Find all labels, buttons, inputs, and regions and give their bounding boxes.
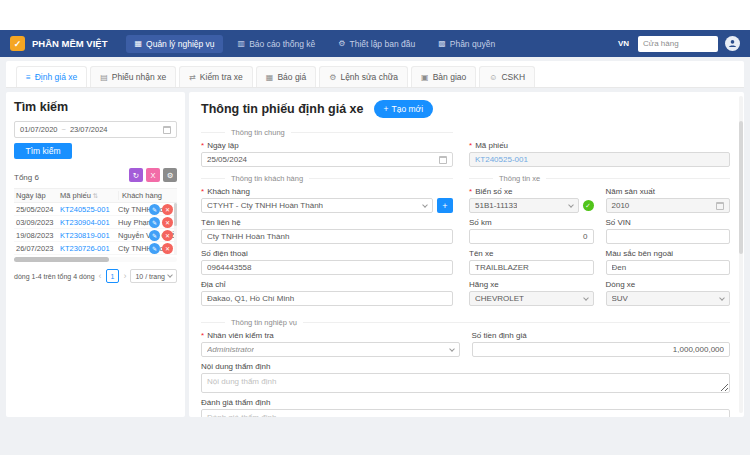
nav-item-quan-ly-nghiep-vu[interactable]: ▦ Quản lý nghiệp vụ [126, 35, 222, 53]
form-header: Thông tin phiếu định giá xe + Tạo mới [201, 100, 730, 118]
add-customer-button[interactable]: + [437, 198, 453, 213]
field-label: Dòng xe [606, 280, 636, 289]
date-to-value: 23/07/2024 [70, 125, 108, 134]
scrollbar-thumb[interactable] [174, 203, 177, 226]
so-dien-thoai-input[interactable] [201, 260, 453, 275]
nav-item-phan-quyen[interactable]: ▩ Phân quyền [430, 35, 503, 53]
tab-kiem-tra-xe[interactable]: ⇄ Kiểm tra xe [179, 66, 253, 87]
refresh-icon: ↻ [133, 171, 139, 180]
create-new-label: Tạo mới [391, 104, 423, 114]
so-vin-input[interactable] [606, 229, 731, 244]
khach-hang-select[interactable]: CTYHT - Cty TNHH Hoàn Thành [201, 198, 433, 213]
nav-item-label: Phân quyền [450, 39, 495, 49]
store-select[interactable]: Cửa hàng [638, 36, 718, 52]
tab-lenh-sua-chua[interactable]: ⚙ Lệnh sửa chữa [319, 66, 408, 87]
mau-sac-input[interactable] [606, 260, 731, 275]
delete-button[interactable]: ✕ [162, 217, 173, 228]
field-label: Nhân viên kiểm tra [207, 331, 274, 340]
edit-button[interactable]: ✎ [149, 230, 160, 241]
cell-date: 25/05/2024 [14, 205, 60, 214]
tab-label: Kiểm tra xe [200, 72, 243, 82]
table-row[interactable]: 25/05/2024 KT240525-001 Cty TNHH Hoàn Th… [14, 203, 177, 216]
table-row[interactable]: 19/08/2023 KT230819-001 Nguyễn Văn Chỗi … [14, 229, 177, 242]
table-settings-button[interactable]: ⚙ [163, 168, 177, 182]
delete-button[interactable]: ✕ [162, 230, 173, 241]
prev-page-button[interactable]: ‹ [98, 271, 103, 281]
table-row[interactable]: 26/07/2023 KT230726-001 Cty TNHH Hoàn Th… [14, 242, 177, 255]
field-noi-dung-tham-dinh: Nội dung thẩm định [201, 362, 730, 393]
nhan-vien-select[interactable]: Administrator [201, 342, 460, 357]
tab-phieu-nhan-xe[interactable]: ▤ Phiếu nhận xe [90, 66, 176, 87]
bien-so-xe-select[interactable]: 51B1-11133 [469, 198, 579, 213]
table-row[interactable]: 03/09/2023 KT230904-001 Huy Phạm ✎ ✕ [14, 216, 177, 229]
check-circle-icon: ✓ [583, 200, 594, 211]
header-ma-phieu[interactable]: Mã phiếu ⇅ [60, 191, 118, 200]
edit-button[interactable]: ✎ [149, 217, 160, 228]
ma-phieu-value: KT240525-001 [475, 155, 528, 164]
field-label: Số km [469, 218, 492, 227]
field-label: Hãng xe [469, 280, 499, 289]
ten-lien-he-input[interactable] [201, 229, 453, 244]
khach-hang-value: CTYHT - Cty TNHH Hoàn Thành [207, 201, 323, 210]
pencil-icon: ✎ [152, 232, 157, 239]
create-new-button[interactable]: + Tạo mới [374, 100, 434, 118]
tab-ban-giao[interactable]: ▣ Bàn giao [411, 66, 476, 87]
date-range-picker[interactable]: 01/07/2020 ~ 23/07/2024 [14, 121, 177, 138]
cell-code: KT230726-001 [60, 244, 118, 253]
cell-code: KT230904-001 [60, 218, 118, 227]
edit-button[interactable]: ✎ [149, 243, 160, 254]
page-background: ≡ Định giá xe ▤ Phiếu nhận xe ⇄ Kiểm tra… [0, 57, 750, 455]
excel-icon: X [150, 171, 155, 180]
so-tien-input[interactable] [472, 342, 731, 357]
delete-button[interactable]: ✕ [162, 243, 173, 254]
page-size-select[interactable]: 10 / trang [130, 269, 177, 283]
field-so-vin: Số VIN [606, 218, 731, 244]
ten-xe-input[interactable] [469, 260, 594, 275]
next-page-button[interactable]: › [122, 271, 127, 281]
search-button[interactable]: Tìm kiếm [14, 143, 72, 159]
delete-button[interactable]: ✕ [162, 204, 173, 215]
row-actions: ✎ ✕ [149, 217, 173, 228]
date-range-separator: ~ [62, 125, 66, 134]
scrollbar-thumb[interactable] [739, 121, 743, 254]
header-ma-phieu-label: Mã phiếu [60, 191, 91, 200]
grid-icon: ▦ [134, 39, 142, 48]
field-so-km: Số km [469, 218, 594, 244]
dia-chi-input[interactable] [201, 291, 453, 306]
user-icon [728, 39, 737, 48]
refresh-button[interactable]: ↻ [129, 168, 143, 182]
date-from-value: 01/07/2020 [20, 125, 58, 134]
field-ngay-lap: Ngày lập 25/05/2024 [201, 141, 453, 167]
tab-cskh[interactable]: ☺ CSKH [479, 66, 535, 87]
section-business: Thông tin nghiệp vụ [201, 317, 730, 327]
cell-date: 19/08/2023 [14, 231, 60, 240]
field-label: Nội dung thẩm định [201, 362, 270, 371]
field-label: Biển số xe [475, 187, 512, 196]
pencil-icon: ✎ [152, 206, 157, 213]
handover-icon: ▣ [421, 73, 429, 82]
page-size-value: 10 / trang [135, 273, 165, 280]
tab-dinh-gia-xe[interactable]: ≡ Định giá xe [16, 66, 87, 87]
export-excel-button[interactable]: X [146, 168, 160, 182]
language-switcher[interactable]: VN [618, 39, 629, 48]
nav-item-bao-cao-thong-ke[interactable]: ▥ Báo cáo thống kê [230, 35, 324, 53]
so-km-input[interactable] [469, 229, 594, 244]
nav-item-thiet-lap-ban-dau[interactable]: ⚙ Thiết lập ban đầu [330, 35, 423, 53]
plus-icon: + [384, 104, 389, 114]
tab-label: Định giá xe [35, 72, 78, 82]
tab-bao-gia[interactable]: ▦ Báo giá [256, 66, 316, 87]
ngay-lap-datepicker[interactable]: 25/05/2024 [201, 152, 453, 167]
noi-dung-textarea[interactable] [201, 373, 730, 393]
user-avatar[interactable] [725, 36, 740, 51]
inspect-icon: ⇄ [189, 73, 196, 82]
customer-care-icon: ☺ [489, 73, 497, 82]
nav-item-label: Quản lý nghiệp vụ [146, 39, 215, 49]
cell-code: KT230819-001 [60, 231, 118, 240]
page-number-button[interactable]: 1 [106, 269, 120, 283]
scrollbar-thumb[interactable] [14, 257, 109, 262]
field-danh-gia-tham-dinh: Đánh giá thẩm định [201, 398, 730, 417]
danh-gia-textarea[interactable] [201, 409, 730, 417]
required-mark [201, 331, 205, 340]
edit-button[interactable]: ✎ [149, 204, 160, 215]
field-ten-xe: Tên xe [469, 249, 594, 275]
